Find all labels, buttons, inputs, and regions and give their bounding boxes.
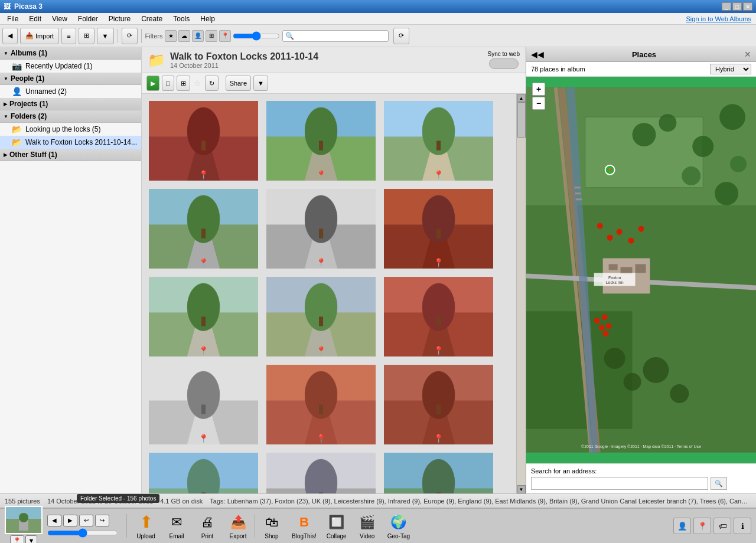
zoom-slider[interactable] bbox=[47, 528, 118, 538]
photo-thumb-1[interactable]: 📍 bbox=[148, 100, 259, 182]
scrollbar[interactable]: ▲ ▼ bbox=[516, 94, 526, 493]
pin-bottom-btn[interactable]: 📍 bbox=[693, 518, 711, 534]
sidebar-item-recently-updated[interactable]: 📷 Recently Updated (1) bbox=[0, 60, 141, 73]
svg-point-11 bbox=[692, 136, 713, 157]
sidebar-section-projects[interactable]: ▶ Projects (1) bbox=[0, 98, 141, 110]
view-single-btn[interactable]: □ bbox=[162, 76, 174, 91]
photo-thumb-2[interactable]: 📍 bbox=[265, 100, 377, 182]
menu-picture[interactable]: Picture bbox=[104, 14, 135, 24]
photo-thumb-3[interactable]: 📍 bbox=[383, 100, 494, 182]
geotag-btn[interactable]: 🌍 Geo-Tag bbox=[383, 511, 415, 542]
window-controls[interactable]: _ □ ✕ bbox=[722, 2, 752, 11]
share-dropdown-btn[interactable]: ▼ bbox=[253, 76, 268, 91]
play-btn[interactable]: ▶ bbox=[146, 76, 159, 91]
sign-in-link[interactable]: Sign in to Web Albums bbox=[686, 15, 754, 22]
scroll-track[interactable] bbox=[517, 102, 526, 485]
filter-upload[interactable]: ☁ bbox=[178, 30, 190, 42]
sidebar-item-walk-to-foxton[interactable]: 📂 Walk to Foxton Locks 2011-10-14... bbox=[0, 136, 141, 149]
sidebar-section-albums[interactable]: ▼ Albums (1) bbox=[0, 47, 141, 60]
sync-toggle[interactable] bbox=[489, 58, 519, 69]
prev-btn[interactable]: ◀ bbox=[47, 515, 61, 526]
rotate-btn[interactable]: ↻ bbox=[205, 76, 219, 91]
info-bottom-btn[interactable]: ℹ bbox=[734, 518, 751, 534]
projects-triangle: ▶ bbox=[4, 102, 7, 107]
scroll-thumb[interactable] bbox=[517, 102, 526, 138]
shop-btn[interactable]: 🛍 Shop bbox=[256, 511, 287, 542]
nav-btn[interactable]: ⟳ bbox=[122, 28, 138, 44]
view-list-btn[interactable]: ≡ bbox=[61, 28, 76, 44]
print-btn[interactable]: 🖨 Print bbox=[192, 511, 223, 542]
photo-thumb-13[interactable]: 📍 bbox=[148, 452, 259, 493]
photo-thumb-6[interactable]: 📍 bbox=[383, 188, 494, 270]
photo-thumb-4[interactable]: 📍 bbox=[148, 188, 259, 270]
sidebar-item-unnamed[interactable]: 👤 Unnamed (2) bbox=[0, 85, 141, 98]
address-input[interactable] bbox=[531, 477, 708, 490]
photo-thumb-11[interactable]: 📍 bbox=[265, 364, 377, 446]
photo-thumb-12[interactable]: 📍 bbox=[383, 364, 494, 446]
filter-slider[interactable] bbox=[233, 31, 280, 41]
photo-thumb-8[interactable]: 📍 bbox=[265, 276, 377, 358]
people-bottom-btn[interactable]: 👤 bbox=[673, 518, 691, 534]
import-btn[interactable]: 📥 Import bbox=[20, 28, 59, 44]
svg-point-10 bbox=[659, 114, 676, 132]
menu-folder[interactable]: Folder bbox=[73, 14, 103, 24]
export-btn[interactable]: 📤 Export bbox=[223, 511, 253, 542]
back-btn[interactable]: ◀ bbox=[2, 28, 18, 44]
thumbnail-preview[interactable] bbox=[5, 506, 43, 534]
sidebar-item-looking-up-locks[interactable]: 📂 Looking up the locks (5) bbox=[0, 123, 141, 136]
address-search-btn[interactable]: 🔍 bbox=[711, 477, 727, 490]
sync-to-web[interactable]: Sync to web bbox=[488, 51, 520, 69]
photo-thumb-10[interactable]: 📍 bbox=[148, 364, 259, 446]
redo-btn[interactable]: ↪ bbox=[95, 515, 109, 526]
photo-thumb-9[interactable]: 📍 bbox=[383, 276, 494, 358]
sidebar-section-people[interactable]: ▼ People (1) bbox=[0, 73, 141, 85]
menu-help[interactable]: Help bbox=[195, 14, 220, 24]
email-btn[interactable]: ✉ Email bbox=[161, 511, 192, 542]
photo-thumb-15[interactable]: 📍 bbox=[383, 452, 494, 493]
map-info-bar: 78 places in album Hybrid Satellite Map … bbox=[526, 62, 756, 77]
photo-thumb-14[interactable]: 📍 bbox=[265, 452, 377, 493]
menu-edit[interactable]: Edit bbox=[24, 14, 46, 24]
photo-thumb-5[interactable]: 📍 bbox=[265, 188, 377, 270]
video-btn[interactable]: 🎬 Video bbox=[352, 511, 383, 542]
minimize-btn[interactable]: _ bbox=[722, 2, 731, 11]
upload-btn[interactable]: ⬆ Upload bbox=[131, 511, 161, 542]
undo-btn[interactable]: ↩ bbox=[79, 515, 93, 526]
view-grid-btn[interactable]: ⊞ bbox=[79, 28, 94, 44]
zoom-in-btn[interactable]: + bbox=[532, 83, 545, 96]
menu-create[interactable]: Create bbox=[136, 14, 167, 24]
filter-people[interactable]: 👤 bbox=[192, 30, 204, 42]
places-arrow-icon[interactable]: ◀◀ bbox=[531, 50, 544, 59]
filter-album[interactable]: ⊞ bbox=[206, 30, 217, 42]
projects-label: Projects (1) bbox=[9, 100, 48, 108]
zoom-out-btn[interactable]: − bbox=[532, 97, 545, 110]
filter-star[interactable]: ★ bbox=[165, 30, 177, 42]
scroll-up-btn[interactable]: ▲ bbox=[517, 94, 526, 102]
maximize-btn[interactable]: □ bbox=[732, 2, 742, 11]
scroll-down-btn[interactable]: ▼ bbox=[517, 485, 526, 493]
thumb-down-btn[interactable]: ▼ bbox=[25, 535, 38, 544]
share-btn[interactable]: Share bbox=[226, 76, 251, 91]
refresh-btn[interactable]: ⟳ bbox=[393, 28, 409, 44]
view-grid-btn2[interactable]: ⊞ bbox=[177, 76, 190, 91]
menu-view[interactable]: View bbox=[47, 14, 72, 24]
sidebar-section-other-stuff[interactable]: ▶ Other Stuff (1) bbox=[0, 149, 141, 161]
filter-pin[interactable]: 📍 bbox=[219, 30, 231, 42]
view-options-btn[interactable]: ▼ bbox=[97, 28, 114, 44]
places-close-btn[interactable]: ✕ bbox=[744, 50, 751, 59]
sidebar-section-folders[interactable]: ▼ Folders (2) bbox=[0, 110, 141, 123]
close-btn[interactable]: ✕ bbox=[743, 2, 752, 11]
tag-bottom-btn[interactable]: 🏷 bbox=[713, 518, 731, 534]
menu-file[interactable]: File bbox=[2, 14, 23, 24]
menu-tools[interactable]: Tools bbox=[168, 14, 194, 24]
search-input[interactable] bbox=[294, 32, 386, 40]
blogthis-btn[interactable]: B BlogThis! bbox=[287, 511, 321, 542]
photo-thumb-7[interactable]: 📍 bbox=[148, 276, 259, 358]
next-btn[interactable]: ▶ bbox=[63, 515, 77, 526]
star-btn[interactable]: ☆ bbox=[193, 77, 203, 89]
map-type-select[interactable]: Hybrid Satellite Map Terrain bbox=[710, 64, 751, 74]
photo-row-4: 📍 📍 📍 bbox=[148, 364, 510, 446]
thumb-geo-btn[interactable]: 📍 bbox=[10, 535, 24, 544]
svg-rect-6 bbox=[609, 264, 618, 270]
collage-btn[interactable]: 🔲 Collage bbox=[321, 511, 352, 542]
